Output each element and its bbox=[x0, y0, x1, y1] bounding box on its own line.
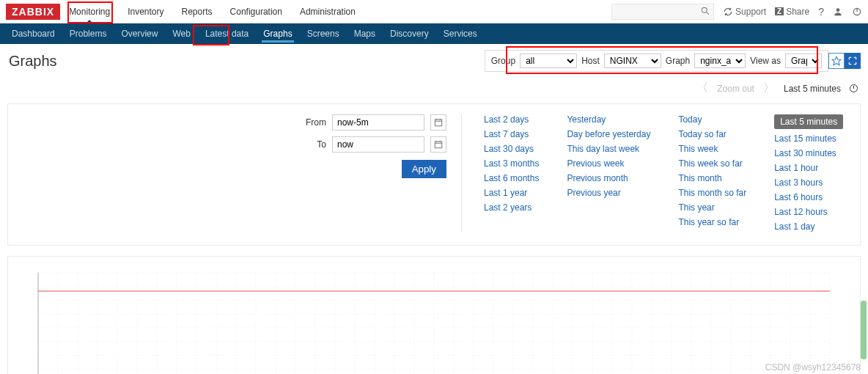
preset-link[interactable]: Last 2 years bbox=[484, 202, 539, 213]
preset-link[interactable]: Day before yesterday bbox=[567, 129, 650, 139]
preset-link[interactable]: This month so far bbox=[678, 188, 746, 198]
preset-link[interactable]: Today so far bbox=[678, 129, 746, 139]
time-presets: Last 2 daysLast 7 daysLast 30 daysLast 3… bbox=[484, 114, 843, 232]
subnav-maps[interactable]: Maps bbox=[347, 23, 383, 44]
top-nav: ZABBIX Monitoring Inventory Reports Conf… bbox=[0, 0, 868, 23]
topnav-monitoring[interactable]: Monitoring bbox=[60, 0, 119, 23]
preset-link[interactable]: Last 15 minutes bbox=[774, 133, 843, 144]
time-nav: 〈 Zoom out 〉 Last 5 minutes bbox=[0, 78, 868, 99]
preset-link[interactable]: This week so far bbox=[678, 158, 746, 169]
preset-link[interactable]: Last 5 minutes bbox=[774, 114, 843, 129]
preset-link[interactable]: This week bbox=[678, 144, 746, 154]
page-title: Graphs bbox=[9, 53, 57, 70]
subnav-services[interactable]: Services bbox=[436, 23, 485, 44]
graph-select[interactable]: nginx_alive bbox=[694, 54, 746, 68]
time-form: From To Apply bbox=[300, 114, 446, 232]
from-calendar-icon[interactable] bbox=[430, 114, 446, 131]
subnav-dashboard[interactable]: Dashboard bbox=[4, 23, 62, 44]
subnav-graphs[interactable]: Graphs bbox=[256, 23, 299, 44]
divider bbox=[461, 114, 462, 232]
clock-icon[interactable] bbox=[850, 84, 858, 92]
preset-link[interactable]: Last 30 days bbox=[484, 144, 539, 154]
preset-link[interactable]: Previous month bbox=[567, 173, 650, 183]
help-icon[interactable]: ? bbox=[818, 6, 824, 18]
to-input[interactable] bbox=[332, 136, 424, 153]
share-label: Share bbox=[786, 7, 809, 17]
preset-link[interactable]: Previous week bbox=[567, 158, 650, 169]
top-nav-right: Support Z Share ? bbox=[611, 4, 862, 20]
favorite-button[interactable] bbox=[828, 53, 845, 69]
preset-link[interactable]: Yesterday bbox=[567, 114, 650, 125]
star-icon bbox=[831, 56, 842, 66]
preset-col-4: Last 5 minutesLast 15 minutesLast 30 min… bbox=[774, 114, 843, 232]
preset-col-1: Last 2 daysLast 7 daysLast 30 daysLast 3… bbox=[484, 114, 539, 232]
support-link[interactable]: Support bbox=[723, 7, 766, 17]
preset-link[interactable]: This year bbox=[678, 202, 746, 213]
preset-link[interactable]: Last 1 day bbox=[774, 221, 843, 232]
preset-link[interactable]: Last 1 year bbox=[484, 188, 539, 198]
time-filter-panel: From To Apply Last 2 daysLast 7 daysLast… bbox=[7, 103, 861, 246]
preset-link[interactable]: Last 30 minutes bbox=[774, 148, 843, 158]
preset-link[interactable]: Last 12 hours bbox=[774, 207, 843, 217]
top-nav-items: Monitoring Inventory Reports Configurati… bbox=[60, 0, 364, 23]
subnav-web[interactable]: Web bbox=[165, 23, 197, 44]
preset-link[interactable]: Last 7 days bbox=[484, 129, 539, 139]
to-calendar-icon[interactable] bbox=[430, 136, 446, 153]
user-icon[interactable] bbox=[833, 7, 843, 17]
subnav-latest-data[interactable]: Latest data bbox=[198, 23, 256, 44]
power-icon[interactable] bbox=[852, 7, 862, 17]
host-select[interactable]: NGINX bbox=[604, 54, 661, 68]
svg-marker-5 bbox=[832, 56, 841, 65]
global-search[interactable] bbox=[611, 4, 714, 20]
preset-link[interactable]: This month bbox=[678, 173, 746, 183]
zoom-out-button[interactable]: Zoom out bbox=[717, 84, 754, 94]
preset-link[interactable]: Last 6 hours bbox=[774, 192, 843, 202]
time-range-label: Last 5 minutes bbox=[784, 84, 841, 94]
z-icon: Z bbox=[775, 7, 784, 15]
group-label: Group bbox=[491, 56, 515, 66]
logo: ZABBIX bbox=[6, 4, 60, 20]
from-input[interactable] bbox=[332, 114, 424, 131]
preset-link[interactable]: Last 3 hours bbox=[774, 177, 843, 188]
subnav-screens[interactable]: Screens bbox=[300, 23, 347, 44]
preset-link[interactable]: Last 2 days bbox=[484, 114, 539, 125]
preset-col-2: YesterdayDay before yesterdayThis day la… bbox=[567, 114, 650, 232]
view-as-select[interactable]: Graph bbox=[785, 54, 822, 68]
svg-point-0 bbox=[702, 7, 707, 12]
subnav-overview[interactable]: Overview bbox=[114, 23, 165, 44]
chart-panel bbox=[7, 256, 861, 374]
topnav-configuration[interactable]: Configuration bbox=[221, 0, 291, 23]
search-icon bbox=[700, 6, 710, 18]
fullscreen-icon bbox=[847, 56, 858, 66]
preset-link[interactable]: Last 1 hour bbox=[774, 163, 843, 173]
subnav-problems[interactable]: Problems bbox=[62, 23, 114, 44]
topnav-inventory[interactable]: Inventory bbox=[119, 0, 172, 23]
apply-button[interactable]: Apply bbox=[402, 160, 446, 178]
sub-nav: Dashboard Problems Overview Web Latest d… bbox=[0, 23, 868, 44]
topnav-administration[interactable]: Administration bbox=[291, 0, 364, 23]
time-prev-icon[interactable]: 〈 bbox=[696, 81, 708, 96]
preset-link[interactable]: Last 6 months bbox=[484, 173, 539, 183]
svg-rect-10 bbox=[435, 142, 441, 148]
time-next-icon[interactable]: 〉 bbox=[763, 81, 775, 96]
scrollbar-indicator bbox=[861, 301, 867, 359]
refresh-icon bbox=[723, 7, 733, 17]
filter-bar: Group all Host NGINX Graph nginx_alive V… bbox=[485, 50, 828, 72]
preset-link[interactable]: Previous year bbox=[567, 188, 650, 198]
graph-label: Graph bbox=[666, 56, 690, 66]
preset-link[interactable]: This year so far bbox=[678, 217, 746, 227]
subnav-discovery[interactable]: Discovery bbox=[383, 23, 436, 44]
chart-svg bbox=[21, 265, 847, 374]
support-label: Support bbox=[735, 7, 766, 17]
preset-link[interactable]: This day last week bbox=[567, 144, 650, 154]
fullscreen-button[interactable] bbox=[845, 53, 861, 69]
group-select[interactable]: all bbox=[520, 54, 577, 68]
preset-col-3: TodayToday so farThis weekThis week so f… bbox=[678, 114, 746, 232]
view-as-label: View as bbox=[750, 56, 781, 66]
to-label: To bbox=[300, 139, 326, 150]
topnav-reports[interactable]: Reports bbox=[173, 0, 221, 23]
watermark: CSDN @wsyh12345678 bbox=[765, 362, 861, 373]
share-link[interactable]: Z Share bbox=[775, 7, 809, 17]
preset-link[interactable]: Today bbox=[678, 114, 746, 125]
preset-link[interactable]: Last 3 months bbox=[484, 158, 539, 169]
